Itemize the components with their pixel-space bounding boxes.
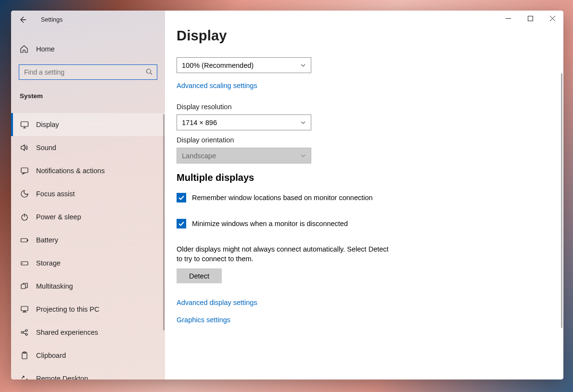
remember-locations-label: Remember window locations based on monit…: [192, 194, 373, 202]
power-icon: [20, 213, 29, 221]
orientation-label: Display orientation: [177, 136, 563, 144]
checkmark-icon: [178, 194, 185, 201]
sidebar-item-label: Shared experiences: [36, 329, 98, 336]
back-button[interactable]: [18, 15, 27, 25]
chevron-down-icon: [300, 153, 306, 159]
multitasking-icon: [20, 282, 29, 291]
shared-experiences-icon: [20, 328, 29, 337]
svg-rect-10: [27, 240, 28, 241]
resolution-value: 1714 × 896: [182, 119, 217, 126]
advanced-scaling-link[interactable]: Advanced scaling settings: [177, 82, 257, 89]
svg-line-18: [23, 331, 25, 332]
sidebar-item-clipboard[interactable]: Clipboard: [11, 344, 165, 367]
sidebar-item-label: Focus assist: [36, 190, 75, 198]
maximize-button[interactable]: [519, 11, 541, 26]
sidebar-item-label: Notifications & actions: [36, 167, 105, 175]
svg-point-16: [25, 329, 27, 331]
notifications-icon: [20, 166, 29, 175]
sidebar-item-focus-assist[interactable]: Focus assist: [11, 182, 165, 205]
clipboard-icon: [20, 351, 29, 360]
svg-rect-9: [21, 239, 27, 242]
page-title: Display: [177, 28, 563, 44]
close-button[interactable]: [541, 11, 563, 26]
minimize-on-disconnect-label: Minimize windows when a monitor is disco…: [192, 220, 348, 228]
app-title: Settings: [41, 16, 63, 23]
window-controls: [497, 11, 563, 26]
orientation-dropdown: Landscape: [177, 148, 311, 164]
sidebar-item-power-sleep[interactable]: Power & sleep: [11, 205, 165, 228]
sidebar-item-shared-experiences[interactable]: Shared experiences: [11, 321, 165, 344]
sound-icon: [20, 143, 29, 152]
search-input[interactable]: [19, 64, 157, 80]
minimize-on-disconnect-checkbox[interactable]: [177, 219, 186, 228]
storage-icon: [20, 259, 29, 267]
minimize-icon: [506, 16, 511, 21]
sidebar-item-battery[interactable]: Battery: [11, 228, 165, 252]
sidebar-item-label: Battery: [36, 236, 58, 244]
remote-desktop-icon: [20, 374, 29, 379]
svg-line-19: [23, 333, 25, 334]
sidebar-item-label: Projecting to this PC: [36, 305, 99, 313]
minimize-on-disconnect-row: Minimize windows when a monitor is disco…: [177, 219, 563, 228]
resolution-dropdown[interactable]: 1714 × 896: [177, 114, 311, 130]
arrow-left-icon: [19, 16, 26, 24]
remember-locations-checkbox[interactable]: [177, 193, 186, 202]
content-scrollbar[interactable]: [561, 73, 562, 328]
sidebar: Settings Home System Display: [11, 11, 165, 379]
projecting-icon: [20, 305, 29, 314]
minimize-button[interactable]: [497, 11, 519, 26]
content-area: Display 100% (Recommended) Advanced scal…: [165, 11, 563, 379]
svg-point-15: [21, 331, 23, 333]
maximize-icon: [528, 16, 533, 21]
battery-icon: [20, 236, 29, 244]
scale-dropdown[interactable]: 100% (Recommended): [177, 57, 311, 73]
svg-rect-14: [21, 306, 28, 311]
sidebar-item-label: Sound: [36, 144, 56, 152]
svg-rect-6: [21, 168, 28, 173]
svg-point-17: [25, 333, 27, 335]
resolution-label: Display resolution: [177, 103, 563, 111]
chevron-down-icon: [300, 120, 306, 126]
sidebar-item-notifications[interactable]: Notifications & actions: [11, 159, 165, 182]
focus-assist-icon: [20, 190, 29, 198]
svg-point-12: [22, 263, 23, 264]
sidebar-item-label: Clipboard: [36, 352, 66, 359]
svg-rect-3: [21, 122, 28, 126]
svg-rect-13: [21, 284, 25, 289]
sidebar-item-display[interactable]: Display: [11, 113, 165, 136]
display-icon: [20, 120, 29, 129]
sidebar-item-label: Remote Desktop: [36, 375, 88, 379]
home-label: Home: [36, 45, 55, 53]
sidebar-scrollbar[interactable]: [163, 114, 165, 330]
close-icon: [550, 16, 555, 21]
home-icon: [20, 45, 29, 53]
sidebar-item-remote-desktop[interactable]: Remote Desktop: [11, 367, 165, 379]
sidebar-item-home[interactable]: Home: [11, 38, 165, 60]
graphics-settings-link[interactable]: Graphics settings: [177, 316, 230, 324]
sidebar-item-sound[interactable]: Sound: [11, 136, 165, 159]
advanced-display-link[interactable]: Advanced display settings: [177, 299, 257, 306]
detect-helper-text: Older displays might not always connect …: [177, 245, 393, 264]
orientation-value: Landscape: [182, 152, 216, 160]
sidebar-item-label: Storage: [36, 259, 61, 267]
sidebar-item-label: Multitasking: [36, 282, 73, 290]
search-wrap: [11, 60, 165, 80]
detect-button[interactable]: Detect: [177, 268, 222, 283]
sidebar-item-label: Display: [36, 121, 59, 128]
sidebar-item-multitasking[interactable]: Multitasking: [11, 275, 165, 298]
svg-rect-23: [528, 16, 533, 21]
checkmark-icon: [178, 220, 185, 227]
sidebar-group-header: System: [11, 80, 165, 104]
svg-rect-11: [21, 262, 28, 265]
settings-window: Settings Home System Display: [11, 11, 563, 379]
chevron-down-icon: [300, 63, 306, 68]
scale-value: 100% (Recommended): [182, 62, 254, 69]
sidebar-item-storage[interactable]: Storage: [11, 252, 165, 275]
sidebar-nav: Display Sound Notifications & actions Fo…: [11, 113, 165, 379]
sidebar-item-projecting[interactable]: Projecting to this PC: [11, 298, 165, 321]
multiple-displays-header: Multiple displays: [177, 172, 563, 183]
titlebar: Settings: [11, 11, 165, 29]
sidebar-item-label: Power & sleep: [36, 213, 81, 221]
remember-locations-row: Remember window locations based on monit…: [177, 193, 563, 202]
